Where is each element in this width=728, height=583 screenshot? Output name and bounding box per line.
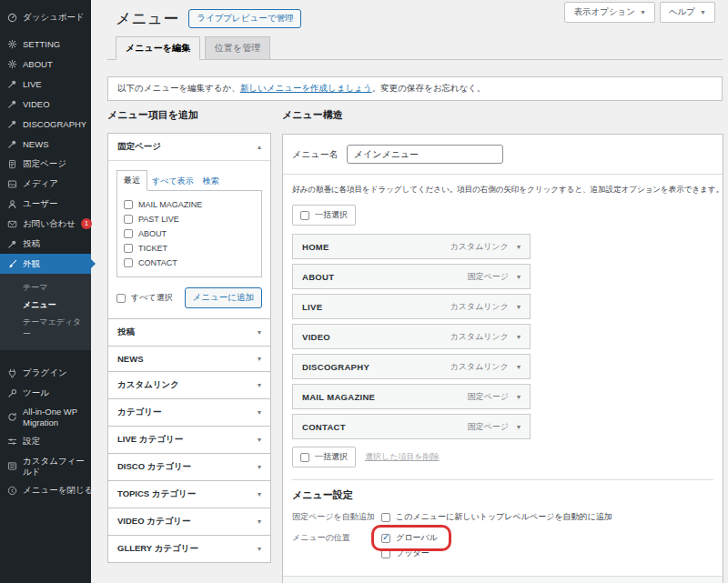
- menu-item-about[interactable]: ABOUT 固定ページ ▾: [292, 264, 531, 289]
- menu-items-list: HOME カスタムリンク ▾ ABOUT 固定ページ ▾ LIVE カスタムリン…: [292, 234, 531, 439]
- sidebar-item-label: VIDEO: [23, 99, 50, 109]
- menu-name-input[interactable]: [347, 145, 503, 164]
- sidebar-item-label: 外観: [23, 258, 40, 270]
- accordion-title: 固定ページ: [117, 141, 161, 153]
- select-all-checkbox[interactable]: [116, 294, 126, 303]
- auto-add-checkbox[interactable]: [381, 513, 390, 522]
- accordion-pages-header[interactable]: 固定ページ ▴: [108, 134, 270, 160]
- help-button[interactable]: ヘルプ ▼: [660, 2, 715, 23]
- menu-item-type: カスタムリンク: [450, 361, 509, 373]
- menu-item-discography[interactable]: DISCOGRAPHY カスタムリンク ▾: [292, 354, 531, 379]
- chevron-down-icon: ▾: [258, 490, 261, 498]
- sidebar-item-posts[interactable]: 投稿: [0, 234, 91, 254]
- checkbox[interactable]: [124, 215, 133, 224]
- delete-selected-items-link[interactable]: 選択した項目を削除: [365, 451, 440, 463]
- checkbox[interactable]: [124, 200, 133, 209]
- menu-item-mail-magazine[interactable]: MAIL MAGAZINE 固定ページ ▾: [292, 384, 531, 409]
- chevron-down-icon: ▾: [258, 381, 261, 389]
- sidebar-item-label: カスタムフィールド: [23, 456, 86, 477]
- checkbox[interactable]: [124, 244, 133, 253]
- menu-item-video[interactable]: VIDEO カスタムリンク ▾: [292, 324, 531, 349]
- accordion-header[interactable]: LIVE カテゴリー ▾: [108, 427, 270, 453]
- sidebar-item-settings[interactable]: 設定: [0, 432, 91, 452]
- sidebar-item-custom-fields[interactable]: カスタムフィールド: [0, 452, 91, 481]
- tab-view-all[interactable]: すべて表示: [147, 172, 198, 191]
- submenu-item-menus[interactable]: メニュー: [0, 297, 91, 314]
- sliders-icon: [7, 437, 17, 447]
- accordion-header[interactable]: VIDEO カテゴリー ▾: [108, 508, 270, 535]
- chevron-down-icon[interactable]: ▾: [517, 273, 521, 281]
- select-all-row: すべて選択: [116, 289, 173, 307]
- sidebar-item-contact[interactable]: お問い合わせ 1: [0, 214, 91, 234]
- bulk-select-toggle-top[interactable]: 一括選択: [292, 205, 356, 226]
- screen-options-button[interactable]: 表示オプション ▼: [564, 2, 655, 23]
- sidebar-item-about[interactable]: ABOUT: [0, 54, 91, 74]
- sidebar-item-video[interactable]: VIDEO: [0, 94, 91, 114]
- manage-with-live-preview-button[interactable]: ライブプレビューで管理: [188, 9, 301, 28]
- sidebar-item-dashboard[interactable]: ダッシュボード: [0, 7, 91, 27]
- tab-most-recent[interactable]: 最近: [116, 170, 147, 191]
- sidebar-item-appearance[interactable]: 外観: [0, 254, 91, 274]
- accordion-header[interactable]: GLLERY カテゴリー ▾: [108, 536, 270, 562]
- checkbox[interactable]: [124, 229, 133, 238]
- create-new-menu-link[interactable]: 新しいメニューを作成しましょう: [240, 83, 372, 93]
- migration-icon: [7, 412, 17, 422]
- bulk-select-toggle-bottom[interactable]: 一括選択: [292, 447, 356, 467]
- accordion-header[interactable]: TOPICS カテゴリー ▾: [108, 481, 270, 508]
- page-title: メニュー: [116, 8, 178, 29]
- sidebar-item-discography[interactable]: DISCOGRAPHY: [0, 114, 91, 134]
- accordion-title: VIDEO カテゴリー: [117, 516, 191, 528]
- chevron-down-icon[interactable]: ▾: [517, 393, 521, 401]
- pages-icon: [7, 159, 17, 169]
- bulk-select-checkbox[interactable]: [300, 453, 309, 462]
- location-global-checkbox[interactable]: [381, 534, 390, 543]
- menu-item-name: MAIL MAGAZINE: [302, 392, 375, 402]
- accordion-header[interactable]: 投稿 ▾: [108, 319, 270, 346]
- tab-edit-menus[interactable]: メニューを編集: [116, 36, 200, 60]
- accordion-header[interactable]: DISCO カテゴリー ▾: [108, 454, 270, 480]
- page-checkbox-row: CONTACT: [124, 256, 255, 270]
- tab-manage-locations[interactable]: 位置を管理: [205, 36, 270, 60]
- menu-item-type: 固定ページ: [468, 421, 509, 433]
- menu-item-home[interactable]: HOME カスタムリンク ▾: [292, 234, 531, 259]
- menu-item-type: カスタムリンク: [450, 301, 509, 313]
- accordion-header[interactable]: カスタムリンク ▾: [108, 372, 270, 398]
- sidebar-bottom-group: プラグイン ツール All-in-One WP Migration 設定 カスタ…: [0, 363, 91, 501]
- location-global-label: グローバル: [396, 532, 438, 544]
- location-footer-checkbox[interactable]: [381, 549, 390, 558]
- auto-add-label: 固定ページを自動追加: [292, 509, 381, 525]
- pin-icon: [7, 99, 17, 109]
- sidebar-item-plugins[interactable]: プラグイン: [0, 363, 91, 383]
- sidebar-item-tools[interactable]: ツール: [0, 383, 91, 403]
- menu-item-live[interactable]: LIVE カスタムリンク ▾: [292, 294, 531, 319]
- sidebar-item-users[interactable]: ユーザー: [0, 194, 91, 214]
- accordion-header[interactable]: カテゴリー ▾: [108, 399, 270, 426]
- bulk-select-checkbox[interactable]: [300, 211, 309, 220]
- media-icon: [7, 179, 17, 189]
- pages-panel-actions: すべて選択 メニューに追加: [116, 287, 262, 308]
- sidebar-item-collapse-menu[interactable]: メニューを閉じる: [0, 481, 91, 501]
- chevron-down-icon[interactable]: ▾: [517, 303, 521, 311]
- tab-search[interactable]: 検索: [198, 172, 224, 191]
- sidebar-item-migration[interactable]: All-in-One WP Migration: [0, 403, 91, 432]
- accordion-title: GLLERY カテゴリー: [117, 543, 198, 555]
- add-to-menu-button[interactable]: メニューに追加: [185, 287, 262, 308]
- submenu-item-themes[interactable]: テーマ: [0, 279, 91, 297]
- sidebar-item-live[interactable]: LIVE: [0, 74, 91, 94]
- sidebar-item-media[interactable]: メディア: [0, 174, 91, 194]
- checkbox[interactable]: [124, 258, 133, 267]
- submenu-item-theme-editor[interactable]: テーマエディター: [0, 314, 91, 343]
- chevron-down-icon[interactable]: ▾: [517, 243, 521, 251]
- sidebar-item-news[interactable]: NEWS: [0, 134, 91, 154]
- chevron-down-icon: ▼: [640, 9, 646, 15]
- page-label: TICKET: [138, 244, 167, 253]
- chevron-down-icon[interactable]: ▾: [517, 423, 521, 431]
- menu-item-contact[interactable]: CONTACT 固定ページ ▾: [292, 414, 531, 439]
- sidebar-item-setting[interactable]: SETTING: [0, 34, 91, 54]
- chevron-down-icon[interactable]: ▾: [517, 363, 521, 371]
- menu-item-name: HOME: [302, 242, 329, 252]
- accordion-header[interactable]: NEWS ▾: [108, 347, 270, 371]
- chevron-down-icon[interactable]: ▾: [517, 333, 521, 341]
- sidebar-item-pages[interactable]: 固定ページ: [0, 154, 91, 174]
- accordion-categories: カテゴリー ▾: [107, 398, 271, 427]
